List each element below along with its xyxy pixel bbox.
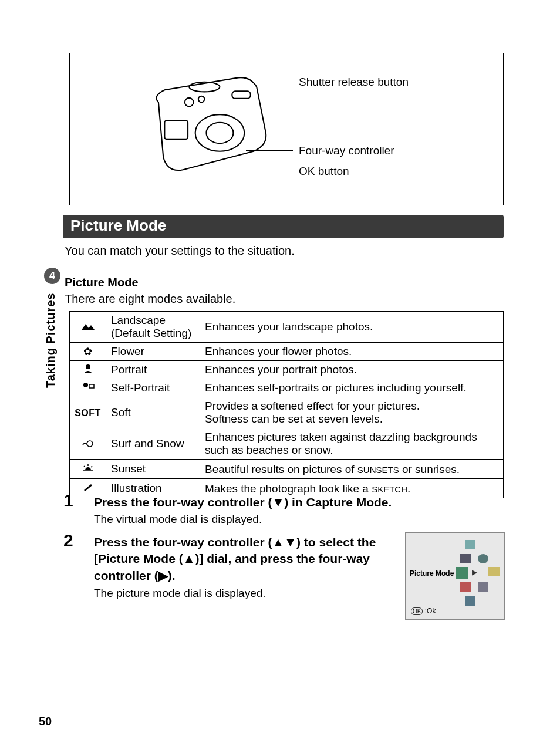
table-row: Portrait Enhances your portrait photos. [70, 361, 504, 379]
portrait-dial-icon [460, 582, 471, 592]
picture-mode-icon [456, 567, 468, 579]
mode-name-line2: (Default Setting) [111, 327, 191, 339]
mode-name-line1: Landscape [111, 314, 166, 326]
svg-rect-2 [164, 121, 188, 139]
intro-text: You can match your settings to the situa… [65, 244, 295, 258]
mode-desc: Enhances pictures taken against dazzling… [200, 428, 504, 460]
svg-rect-6 [232, 91, 250, 99]
callout-fourway: Four-way controller [299, 144, 394, 157]
picture-modes-table: Landscape (Default Setting) Enhances you… [69, 311, 504, 498]
surf-snow-icon [70, 428, 106, 460]
callout-shutter: Shutter release button [299, 76, 409, 89]
mode-name: Soft [106, 397, 200, 428]
step-heading: Press the four-way controller (▼) in Cap… [94, 494, 505, 511]
side-tab-label: Taking Pictures [44, 288, 58, 393]
svg-point-0 [195, 114, 245, 151]
soft-icon: SOFT [70, 397, 106, 428]
camera-illustration [146, 65, 281, 191]
sunset-icon [70, 460, 106, 479]
mode-name: Portrait [106, 361, 200, 379]
table-row: SOFT Soft Provides a softened effect for… [70, 397, 504, 428]
svg-point-10 [87, 441, 93, 447]
self-portrait-icon [70, 379, 106, 397]
portrait-icon [70, 361, 106, 379]
mode-desc: Provides a softened effect for your pict… [200, 397, 504, 428]
movie-icon [465, 596, 475, 606]
arrow-right-icon: ▶ [472, 568, 477, 576]
flower-icon: ✿ [70, 343, 106, 361]
mode-name: Landscape (Default Setting) [106, 312, 200, 343]
dial-ok-hint: OK :Ok [411, 607, 436, 615]
mode-desc: Enhances your landscape photos. [200, 312, 504, 343]
table-row: Surf and Snow Enhances pictures taken ag… [70, 428, 504, 460]
svg-rect-9 [89, 384, 94, 388]
mode-name: Flower [106, 343, 200, 361]
step-number: 2 [63, 531, 73, 551]
panorama-icon [478, 582, 488, 592]
table-row: Self-Portrait Enhances self-portraits or… [70, 379, 504, 397]
step-number: 1 [63, 491, 73, 511]
callout-ok: OK button [299, 165, 349, 178]
mode-name: Self-Portrait [106, 379, 200, 397]
overlay-icon [465, 540, 475, 549]
step-body: The picture mode dial is displayed. [94, 587, 266, 600]
svg-point-8 [83, 383, 88, 387]
night-icon [478, 554, 488, 563]
section-heading: Picture Mode [63, 215, 504, 238]
svg-point-1 [206, 123, 233, 144]
section-number: 4 [49, 270, 55, 282]
mode-dial-screen: Picture Mode ▶ OK :Ok [405, 532, 505, 620]
page-number: 50 [39, 715, 52, 728]
mode-desc: Enhances self-portraits or pictures incl… [200, 379, 504, 397]
step-heading: Press the four-way controller (▲▼) to se… [94, 534, 399, 584]
landscape-icon [70, 312, 106, 343]
mode-name: Sunset [106, 460, 200, 479]
sub-heading: Picture Mode [65, 276, 139, 289]
svg-point-3 [185, 98, 194, 107]
svg-point-7 [86, 364, 90, 369]
table-row: ✿ Flower Enhances your flower photos. [70, 343, 504, 361]
program-icon [460, 554, 471, 563]
step-body: The virtual mode dial is displayed. [94, 513, 262, 526]
mode-desc: Beautiful results on pictures of sunsets… [200, 460, 504, 479]
table-row: Sunset Beautiful results on pictures of … [70, 460, 504, 479]
mode-desc: Enhances your flower photos. [200, 343, 504, 361]
table-row: Landscape (Default Setting) Enhances you… [70, 312, 504, 343]
section-number-badge: 4 [44, 268, 60, 284]
threed-icon [488, 567, 500, 576]
mode-name: Surf and Snow [106, 428, 200, 460]
mode-desc: Enhances your portrait photos. [200, 361, 504, 379]
sub-text: There are eight modes available. [65, 292, 235, 306]
svg-point-4 [198, 96, 204, 102]
camera-diagram: Shutter release button Four-way controll… [69, 53, 504, 205]
dial-label: Picture Mode [410, 569, 454, 578]
